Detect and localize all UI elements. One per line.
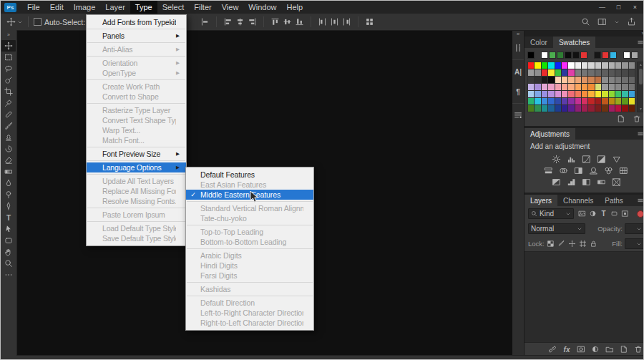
clone-stamp-tool[interactable]	[1, 132, 16, 143]
history-brush-tool[interactable]	[1, 143, 16, 155]
swatch[interactable]	[568, 84, 574, 90]
swatch[interactable]	[615, 69, 621, 76]
swatch[interactable]	[555, 91, 561, 97]
menubar-item-image[interactable]: Image	[69, 1, 101, 14]
color-balance-button[interactable]	[559, 166, 568, 175]
type-menu-item-panels[interactable]: Panels▶	[87, 31, 186, 41]
swatch[interactable]	[629, 91, 635, 97]
swatch[interactable]	[582, 98, 587, 104]
swatch[interactable]	[629, 84, 635, 90]
auto-align-button[interactable]	[365, 17, 374, 26]
menubar-item-type[interactable]: Type	[130, 1, 157, 14]
swatch[interactable]	[528, 98, 534, 104]
swatch[interactable]	[615, 91, 621, 97]
swatch[interactable]	[542, 77, 547, 83]
lock-image-pixels-button[interactable]	[557, 240, 565, 248]
swatch[interactable]	[622, 98, 628, 104]
swatch[interactable]	[609, 91, 615, 97]
hue-saturation-button[interactable]	[544, 166, 553, 175]
swatch[interactable]	[623, 52, 630, 59]
swatch[interactable]	[629, 77, 635, 83]
swatch[interactable]	[535, 91, 540, 97]
dodge-tool[interactable]	[1, 189, 16, 200]
swatch[interactable]	[595, 84, 601, 90]
menubar-item-filter[interactable]: Filter	[189, 1, 216, 14]
menubar-item-view[interactable]: View	[217, 1, 244, 14]
new-group-button[interactable]	[605, 345, 614, 354]
menubar-item-layer[interactable]: Layer	[100, 1, 130, 14]
brightness-contrast-button[interactable]	[552, 155, 561, 164]
swatch[interactable]	[541, 52, 548, 59]
swatch[interactable]	[582, 91, 587, 97]
swatch[interactable]	[565, 52, 572, 59]
swatch[interactable]	[562, 105, 567, 112]
swatch[interactable]	[594, 52, 601, 59]
swatch[interactable]	[580, 52, 587, 59]
swatch[interactable]	[629, 98, 635, 104]
swatch[interactable]	[609, 105, 615, 112]
swatch[interactable]	[582, 84, 587, 90]
swatch[interactable]	[542, 69, 547, 76]
swatch[interactable]	[568, 105, 574, 112]
swatch[interactable]	[609, 77, 615, 83]
scrollbar-thumb[interactable]	[639, 69, 643, 84]
color-lookup-button[interactable]	[619, 166, 628, 175]
align-top-edges-button[interactable]	[270, 17, 280, 26]
swatch[interactable]	[568, 69, 574, 76]
swatch[interactable]	[562, 62, 567, 69]
swatch[interactable]	[588, 62, 594, 69]
swatch[interactable]	[622, 91, 628, 97]
swatch[interactable]	[535, 69, 540, 76]
swatch[interactable]	[595, 69, 601, 76]
collapse-panels-button[interactable]: »	[642, 30, 644, 37]
align-v-centers-button[interactable]	[283, 17, 292, 26]
marquee-tool[interactable]	[1, 52, 16, 63]
swatch[interactable]	[542, 105, 547, 112]
type-menu-item-font-preview-size[interactable]: Font Preview Size▶	[87, 149, 186, 159]
zoom-tool[interactable]	[1, 258, 16, 269]
swatch[interactable]	[572, 52, 580, 59]
swatch[interactable]	[615, 84, 621, 90]
swatch[interactable]	[548, 77, 554, 83]
swatch[interactable]	[615, 105, 621, 112]
lasso-tool[interactable]	[1, 63, 16, 74]
swatch[interactable]	[549, 52, 556, 59]
swatch[interactable]	[622, 105, 628, 112]
swatch[interactable]	[629, 62, 635, 69]
adjustments-tab-adjustments[interactable]: Adjustments	[525, 128, 575, 140]
menubar-item-window[interactable]: Window	[243, 1, 281, 14]
shape-layer-filter-button[interactable]	[610, 210, 618, 218]
delete-swatch-button[interactable]	[633, 115, 641, 123]
scroll-up-icon[interactable]	[638, 63, 643, 67]
swatch[interactable]	[602, 98, 608, 104]
swatch[interactable]	[528, 105, 534, 112]
swatch[interactable]	[615, 62, 621, 69]
swatch[interactable]	[548, 98, 554, 104]
align-right-edges-button[interactable]	[248, 17, 257, 26]
vibrance-button[interactable]	[612, 155, 621, 164]
swatch[interactable]	[542, 84, 547, 90]
swatch[interactable]	[555, 84, 561, 90]
language-submenu-item-default-features[interactable]: Default Features	[186, 170, 313, 180]
eyedropper-tool[interactable]	[1, 97, 16, 109]
swatch[interactable]	[548, 69, 554, 76]
smart-object-filter-button[interactable]	[621, 210, 629, 218]
add-layer-mask-button[interactable]	[577, 345, 585, 354]
swatch[interactable]	[568, 98, 574, 104]
type-menu-item-add-fonts-from-typekit[interactable]: Add Fonts from Typekit...	[87, 17, 186, 27]
maximize-button[interactable]: □	[610, 1, 627, 14]
levels-button[interactable]	[567, 155, 576, 164]
distribute-left-edges-button[interactable]	[318, 17, 327, 26]
workspace-switcher-button[interactable]	[597, 17, 607, 26]
swatch[interactable]	[575, 91, 581, 97]
gradient-tool[interactable]	[1, 166, 16, 177]
swatch[interactable]	[528, 62, 534, 69]
new-swatch-button[interactable]	[617, 115, 625, 123]
posterize-button[interactable]	[567, 177, 576, 187]
swatch[interactable]	[548, 105, 554, 112]
swatch[interactable]	[609, 98, 615, 104]
more-tools-tool[interactable]	[1, 269, 16, 281]
scroll-down-icon[interactable]	[638, 107, 643, 111]
swatch[interactable]	[582, 62, 587, 69]
swatch[interactable]	[588, 69, 594, 76]
